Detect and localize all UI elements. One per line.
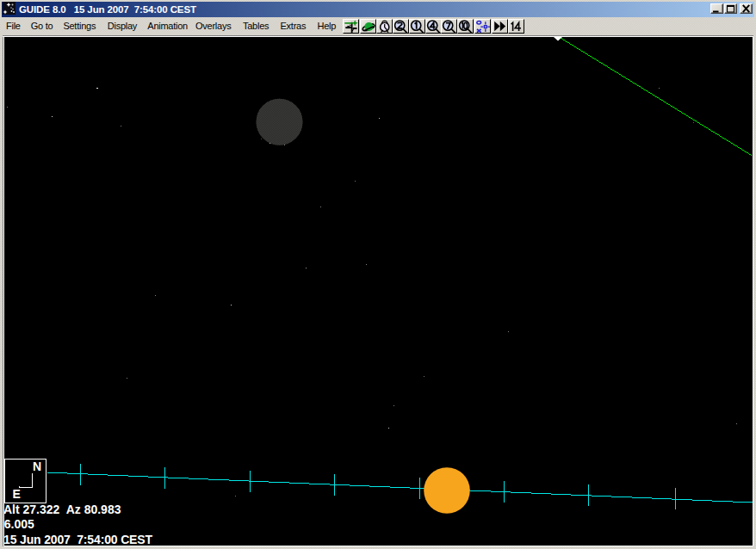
svg-text:N: N (33, 460, 41, 473)
svg-text:E: E (13, 487, 21, 501)
